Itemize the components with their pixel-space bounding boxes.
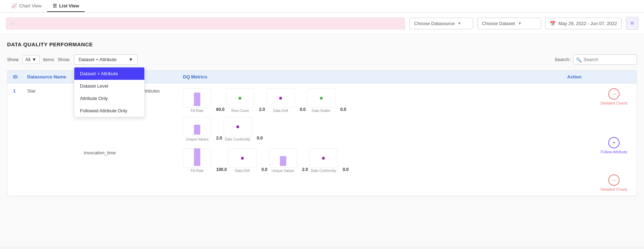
row-id: 1 [13, 83, 27, 98]
metric-date-conformity-0: Date Conformity [224, 117, 252, 141]
row-count-label-0: Row Count [231, 109, 249, 113]
chevron-down-icon: ▼ [128, 57, 133, 62]
metric-data-outlier-0: Data Outlier [307, 88, 335, 113]
main-content: DATA QUALITY PERFORMANCE Show All ▼ item… [0, 34, 644, 246]
metric-date-conformity-1: Date Conformity [309, 148, 338, 173]
search-wrapper: 🔍 [573, 54, 637, 65]
filter-button[interactable]: ≡ [626, 17, 638, 30]
header-action: Action [567, 74, 631, 79]
data-drift-label-1: Data Drift [235, 169, 250, 173]
chevron-down-icon: ▼ [32, 57, 36, 62]
metric-row-count-0: Row Count [226, 88, 254, 113]
unique-label-0: Unique Values [186, 137, 208, 141]
list-icon: ☰ [53, 3, 57, 8]
show-dropdown-wrapper: Dataset + Attribute ▼ Dataset + Attribut… [74, 54, 138, 65]
items-label: items [43, 57, 54, 62]
show-dropdown[interactable]: Dataset + Attribute ▼ [74, 54, 138, 65]
dropdown-option-dataset-level[interactable]: Dataset Level [74, 80, 144, 92]
detailed-charts-button-1[interactable]: → [608, 174, 620, 186]
header-dq-metrics: DQ Metrics [183, 74, 567, 79]
dot-row-count-0 [238, 97, 241, 100]
show-label: Show [7, 57, 19, 62]
metric-fill-rate-1: Fill Rate [183, 148, 211, 173]
dropdown-overlay: Dataset + Attribute Dataset Level Attrib… [74, 67, 145, 117]
search-label: Search: [554, 57, 570, 62]
calendar-icon: 📅 [550, 21, 556, 26]
dot-data-drift-1 [241, 157, 244, 160]
metric-data-drift-1: Data Drift [228, 148, 257, 173]
tab-list-view[interactable]: ☰ List View [47, 0, 85, 12]
mini-dot-data-drift-1 [228, 148, 257, 168]
date-conformity-value-0: 0.0 [257, 136, 263, 141]
fill-rate-label-0: Fill Rate [191, 109, 204, 113]
detailed-charts-button-0[interactable]: → [608, 88, 620, 100]
page-title: DATA QUALITY PERFORMANCE [7, 41, 637, 47]
mini-dot-date-conformity-1 [309, 148, 338, 168]
data-drift-value-0: 0.0 [300, 107, 306, 112]
bar-fill-rate-0 [194, 93, 200, 106]
search-area: Search: 🔍 [554, 54, 637, 65]
mini-dot-row-count-0 [226, 88, 254, 108]
bar-fill-rate-1 [194, 148, 200, 166]
mini-dot-data-outlier-0 [307, 88, 335, 108]
alert-box: -- [6, 17, 405, 30]
chevron-down-icon: ▼ [458, 21, 461, 25]
row-count-value-0: 2.0 [259, 107, 265, 112]
metric-unique-values-0: Unique Values [183, 117, 211, 141]
datasource-dropdown[interactable]: Choose Datasource ▼ [409, 18, 473, 29]
metric-unique-values-1: Unique Values [269, 148, 297, 173]
date-conformity-label-0: Date Conformity [225, 137, 251, 141]
row-metrics: Fill Rate 60.0 Row Count 2.0 [183, 83, 567, 177]
mini-chart-unique-0 [183, 117, 211, 136]
data-outlier-label-0: Data Outlier [312, 109, 330, 113]
bar-unique-0 [194, 125, 200, 135]
top-tabs: 📈 Chart View ☰ List View [0, 0, 644, 13]
follow-attribute-button-1[interactable]: + [608, 137, 620, 148]
items-dropdown[interactable]: All ▼ [22, 55, 40, 64]
mini-dot-date-conformity-0 [224, 117, 252, 136]
mini-chart-unique-1 [269, 148, 297, 168]
fill-rate-value-0: 60.0 [216, 107, 224, 112]
metric-fill-rate-0: Fill Rate [183, 88, 211, 113]
dropdown-option-followed-attribute[interactable]: Followed Attribute Only [74, 105, 144, 117]
chart-icon: 📈 [11, 3, 17, 8]
date-conformity-label-1: Date Conformity [311, 169, 336, 173]
data-drift-value-1: 0.0 [261, 167, 268, 172]
action-group-1-detailed: → Detailed Charts [600, 174, 627, 191]
fill-rate-label-1: Fill Rate [191, 169, 204, 173]
metrics-row-1-1: Fill Rate 100.0 Data Drift 0.0 [183, 148, 349, 173]
dot-date-conformity-1 [322, 157, 325, 160]
controls-row: Show All ▼ items Show: Dataset + Attribu… [7, 54, 637, 65]
metric-data-drift-0: Data Drift [266, 88, 295, 113]
mini-dot-data-drift-0 [266, 88, 295, 108]
data-drift-label-0: Data Drift [273, 109, 288, 113]
dot-data-outlier-0 [320, 97, 323, 100]
chevron-down-icon: ▼ [518, 21, 522, 25]
detailed-charts-label-1[interactable]: Detailed Charts [600, 187, 627, 191]
metrics-row-0-2: Unique Values 2.0 Date Conformity 0.0 [183, 117, 263, 141]
date-range-picker[interactable]: 📅 May 29, 2022 - Jun 07, 2022 [545, 18, 622, 29]
fill-rate-value-1: 100.0 [216, 167, 227, 172]
metrics-row-0-1: Fill Rate 60.0 Row Count 2.0 [183, 88, 346, 113]
filter-icon: ≡ [631, 20, 634, 26]
dropdown-option-attribute-only[interactable]: Attribute Only [74, 92, 144, 105]
date-conformity-value-1: 0.0 [343, 167, 349, 172]
dropdown-option-dataset-attribute[interactable]: Dataset + Attribute [74, 67, 144, 80]
unique-label-1: Unique Values [272, 169, 294, 173]
dot-data-drift-0 [279, 97, 282, 100]
dataset-dropdown[interactable]: Choose Dataset ▼ [477, 18, 541, 29]
search-input[interactable] [573, 54, 637, 65]
mini-chart-fill-rate-1 [183, 148, 211, 168]
show2-label: Show: [58, 57, 70, 62]
tab-chart-view[interactable]: 📈 Chart View [6, 0, 47, 12]
header-bar: -- Choose Datasource ▼ Choose Dataset ▼ … [0, 13, 644, 34]
detailed-charts-label-0[interactable]: Detailed Charts [600, 101, 627, 105]
mini-chart-fill-rate-0 [183, 88, 211, 108]
search-icon: 🔍 [576, 57, 582, 62]
follow-attribute-label-1[interactable]: Follow Attribute [601, 150, 627, 154]
dot-date-conformity-0 [236, 125, 239, 128]
unique-value-0: 2.0 [216, 136, 222, 141]
action-group-1: + Follow Attribute [601, 137, 627, 154]
row-actions: → Detailed Charts + Follow Attribute → D… [567, 83, 631, 196]
data-outlier-value-0: 0.0 [340, 107, 346, 112]
